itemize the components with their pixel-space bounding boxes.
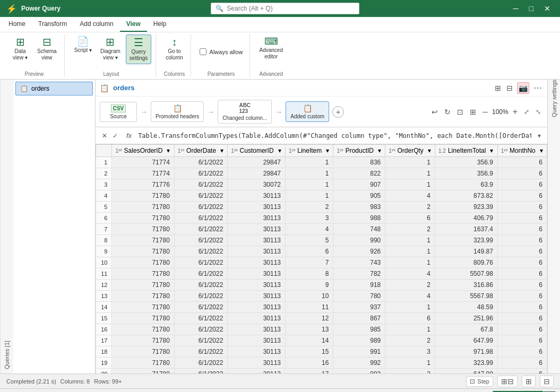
table-cell: 71774 — [112, 168, 174, 179]
search-input[interactable] — [227, 5, 355, 12]
fit-button[interactable]: ⊡ — [455, 107, 466, 117]
tab-add-column[interactable]: Add column — [73, 17, 119, 32]
pipeline-icon2[interactable]: ⊟ — [505, 83, 514, 93]
table-cell: 6/1/2022 — [174, 302, 228, 313]
status-icon3[interactable]: ⊟ — [540, 376, 554, 387]
col-header-orderqty[interactable]: 1²³ OrderQty ▾ — [385, 145, 435, 157]
schema-view-button[interactable]: ⊟ Schemaview — [34, 34, 60, 63]
table-cell: 30113 — [228, 302, 286, 313]
tab-view[interactable]: View — [120, 17, 147, 32]
script-button[interactable]: 📄 Script ▾ — [71, 34, 95, 56]
table-cell: 71780 — [112, 257, 174, 268]
table-cell: 743 — [333, 257, 385, 268]
pipeline-step-promoted[interactable]: 📋 Promoted headers — [151, 101, 204, 122]
schema-view-label: Schemaview — [37, 48, 57, 61]
table-cell: 8 — [286, 268, 333, 280]
pipeline-step-added[interactable]: 📋 Added custom — [286, 101, 329, 122]
refresh-button[interactable]: ↻ — [442, 107, 453, 117]
minimize-button[interactable]: ─ — [510, 3, 522, 14]
table-cell: 6 — [286, 246, 333, 257]
col-header-customerid[interactable]: 1²³ CustomerID ▾ — [228, 145, 286, 157]
table-cell: 836 — [333, 157, 385, 168]
col-header-lineitem[interactable]: 1²³ LineItem ▾ — [286, 145, 333, 157]
table-cell: 5 — [286, 235, 333, 246]
zoom-collapse-button[interactable]: ⤡ — [533, 107, 543, 117]
pipeline-table-icon: 📋 — [100, 84, 109, 92]
advanced-editor-button[interactable]: ⌨ Advancededitor — [256, 34, 286, 62]
table-row: 2717746/1/20222984718221356.96 — [96, 168, 547, 179]
maximize-button[interactable]: □ — [526, 3, 537, 14]
table-row: 11717806/1/202230113878245507.986 — [96, 268, 547, 280]
col-filter-monthno[interactable]: ▾ — [540, 147, 543, 154]
col-header-monthno[interactable]: 1²³ MonthNo ▾ — [497, 145, 547, 157]
tab-transform[interactable]: Transform — [32, 17, 73, 32]
always-allow-checkbox[interactable] — [200, 48, 206, 55]
table-cell: 323.99 — [435, 235, 498, 246]
search-box[interactable]: 🔍 — [211, 3, 359, 14]
row-index-cell: 1 — [96, 157, 112, 168]
table-cell: 873.82 — [435, 190, 498, 202]
add-step-button[interactable]: + — [332, 106, 344, 118]
query-item-icon: 📋 — [20, 85, 28, 92]
formula-cancel-button[interactable]: ✕ — [100, 131, 109, 141]
data-view-button[interactable]: ⊞ Dataview ▾ — [8, 34, 32, 63]
go-to-column-button[interactable]: ↕ Go tocolumn — [162, 34, 186, 63]
pipeline-step-source[interactable]: CSV Source — [100, 102, 137, 122]
zoom-plus-button[interactable]: + — [511, 106, 520, 118]
close-button[interactable]: ✕ — [541, 3, 554, 14]
col-header-orderdate[interactable]: 1²³ OrderDate ▾ — [174, 145, 228, 157]
table-cell: 71776 — [112, 179, 174, 190]
table-row: 16717806/1/20223011313985167.86 — [96, 324, 547, 335]
col-filter-salesorderid[interactable]: ▾ — [167, 147, 170, 154]
query-settings-label: Querysettings — [130, 49, 148, 62]
pipeline-step-changed[interactable]: ABC123 Changed column... — [218, 100, 272, 124]
col-filter-lineitem[interactable]: ▾ — [326, 147, 329, 154]
table-cell: 1637.4 — [435, 224, 498, 235]
table-cell: 6/1/2022 — [174, 324, 228, 335]
formula-expand-button[interactable]: ▾ — [536, 131, 543, 141]
formula-confirm-button[interactable]: ✓ — [110, 131, 120, 141]
tab-help[interactable]: Help — [147, 17, 173, 32]
row-index-cell: 10 — [96, 257, 112, 268]
col-filter-productid[interactable]: ▾ — [378, 147, 381, 154]
query-settings-button[interactable]: ☰ Querysettings — [126, 34, 151, 64]
col-filter-orderdate[interactable]: ▾ — [220, 147, 223, 154]
grid-button[interactable]: ⊞ — [468, 107, 478, 117]
queries-panel: Queries [1] 📋 orders — [0, 80, 96, 373]
zoom-expand-button[interactable]: ⤢ — [522, 107, 531, 117]
table-cell: 9 — [286, 280, 333, 291]
always-allow-checkbox-container[interactable]: Always allow — [197, 47, 245, 57]
bottom-bar: Publish ▾ — [0, 388, 560, 392]
status-icon1[interactable]: ⊞⊟ — [497, 376, 518, 387]
pipeline-top: 📋 orders ⊞ ⊟ 📷 ⋯ — [96, 80, 547, 97]
query-item-orders[interactable]: 📋 orders — [15, 82, 93, 95]
zoom-minus-button[interactable]: ─ — [480, 107, 490, 117]
pipeline-menu-icon[interactable]: ⋯ — [532, 82, 543, 94]
table-cell: 6 — [497, 190, 547, 202]
col-name-orderdate: OrderDate — [186, 147, 216, 154]
col-header-lineitemtotal[interactable]: 1.2 LineItemTotal ▾ — [435, 145, 498, 157]
status-icon2[interactable]: ⊞ — [522, 376, 536, 387]
col-header-salesorderid[interactable]: 1²³ SalesOrderID ▾ — [112, 145, 174, 157]
pipeline-icon3[interactable]: 📷 — [517, 82, 529, 94]
col-filter-orderqty[interactable]: ▾ — [428, 147, 431, 154]
table-cell: 30113 — [228, 358, 286, 369]
tab-home[interactable]: Home — [2, 17, 32, 32]
col-filter-customerid[interactable]: ▾ — [278, 147, 281, 154]
step-button[interactable]: ⊡ Step — [466, 376, 493, 387]
row-index-cell: 17 — [96, 335, 112, 346]
query-settings-icon: ☰ — [134, 37, 143, 48]
pipeline-icon1[interactable]: ⊞ — [494, 83, 502, 93]
row-index-cell: 19 — [96, 358, 112, 369]
row-index-cell: 9 — [96, 246, 112, 257]
diagram-view-button[interactable]: ⊞ Diagramview ▾ — [97, 34, 124, 63]
table-cell: 2 — [385, 335, 435, 346]
step-arrow-1: → — [140, 108, 148, 116]
col-header-productid[interactable]: 1²³ ProductID ▾ — [333, 145, 385, 157]
data-table-container[interactable]: 1²³ SalesOrderID ▾ 1²³ OrderDate ▾ — [96, 144, 547, 373]
formula-input[interactable] — [138, 132, 531, 140]
col-filter-lineitemtotal[interactable]: ▾ — [490, 147, 493, 154]
table-cell: 30113 — [228, 190, 286, 202]
table-cell: 71780 — [112, 291, 174, 302]
undo-button[interactable]: ↩ — [429, 107, 440, 117]
